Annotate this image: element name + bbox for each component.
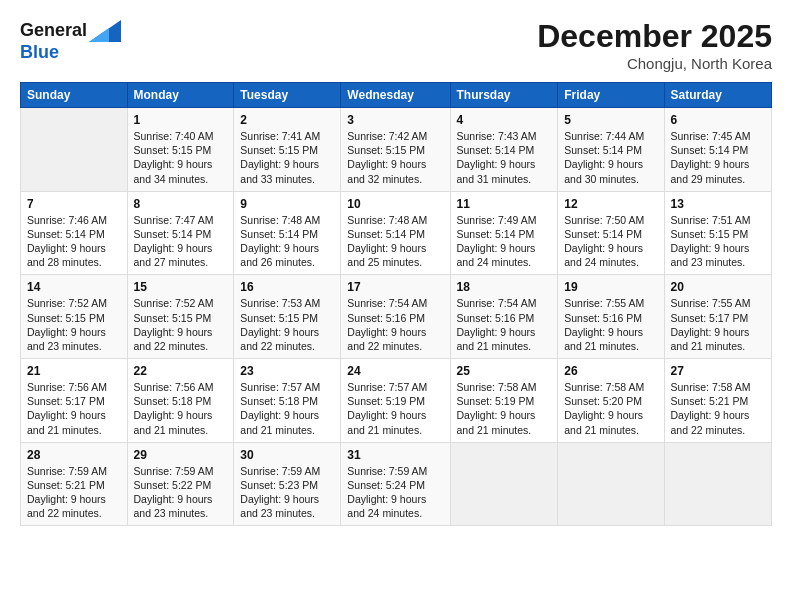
- day-info: Sunrise: 7:59 AMSunset: 5:22 PMDaylight:…: [134, 464, 228, 521]
- logo-icon: [89, 20, 121, 42]
- day-number: 5: [564, 113, 657, 127]
- day-cell: 20Sunrise: 7:55 AMSunset: 5:17 PMDayligh…: [664, 275, 771, 359]
- day-number: 21: [27, 364, 121, 378]
- logo-blue: Blue: [20, 42, 121, 63]
- day-cell: 18Sunrise: 7:54 AMSunset: 5:16 PMDayligh…: [450, 275, 558, 359]
- day-number: 22: [134, 364, 228, 378]
- week-row-4: 21Sunrise: 7:56 AMSunset: 5:17 PMDayligh…: [21, 359, 772, 443]
- day-info: Sunrise: 7:52 AMSunset: 5:15 PMDaylight:…: [134, 296, 228, 353]
- day-info: Sunrise: 7:47 AMSunset: 5:14 PMDaylight:…: [134, 213, 228, 270]
- day-cell: 5Sunrise: 7:44 AMSunset: 5:14 PMDaylight…: [558, 108, 664, 192]
- day-cell: 17Sunrise: 7:54 AMSunset: 5:16 PMDayligh…: [341, 275, 450, 359]
- day-info: Sunrise: 7:58 AMSunset: 5:19 PMDaylight:…: [457, 380, 552, 437]
- day-cell: [558, 442, 664, 526]
- day-cell: 11Sunrise: 7:49 AMSunset: 5:14 PMDayligh…: [450, 191, 558, 275]
- col-header-saturday: Saturday: [664, 83, 771, 108]
- day-cell: 25Sunrise: 7:58 AMSunset: 5:19 PMDayligh…: [450, 359, 558, 443]
- day-cell: 1Sunrise: 7:40 AMSunset: 5:15 PMDaylight…: [127, 108, 234, 192]
- calendar-header-row: SundayMondayTuesdayWednesdayThursdayFrid…: [21, 83, 772, 108]
- day-number: 8: [134, 197, 228, 211]
- day-number: 25: [457, 364, 552, 378]
- day-number: 17: [347, 280, 443, 294]
- day-cell: 14Sunrise: 7:52 AMSunset: 5:15 PMDayligh…: [21, 275, 128, 359]
- week-row-2: 7Sunrise: 7:46 AMSunset: 5:14 PMDaylight…: [21, 191, 772, 275]
- calendar: SundayMondayTuesdayWednesdayThursdayFrid…: [20, 82, 772, 526]
- location: Chongju, North Korea: [537, 55, 772, 72]
- day-info: Sunrise: 7:54 AMSunset: 5:16 PMDaylight:…: [347, 296, 443, 353]
- day-cell: 23Sunrise: 7:57 AMSunset: 5:18 PMDayligh…: [234, 359, 341, 443]
- week-row-1: 1Sunrise: 7:40 AMSunset: 5:15 PMDaylight…: [21, 108, 772, 192]
- day-info: Sunrise: 7:44 AMSunset: 5:14 PMDaylight:…: [564, 129, 657, 186]
- week-row-3: 14Sunrise: 7:52 AMSunset: 5:15 PMDayligh…: [21, 275, 772, 359]
- day-cell: 26Sunrise: 7:58 AMSunset: 5:20 PMDayligh…: [558, 359, 664, 443]
- day-info: Sunrise: 7:42 AMSunset: 5:15 PMDaylight:…: [347, 129, 443, 186]
- day-cell: 13Sunrise: 7:51 AMSunset: 5:15 PMDayligh…: [664, 191, 771, 275]
- day-cell: [450, 442, 558, 526]
- day-cell: 31Sunrise: 7:59 AMSunset: 5:24 PMDayligh…: [341, 442, 450, 526]
- day-info: Sunrise: 7:40 AMSunset: 5:15 PMDaylight:…: [134, 129, 228, 186]
- week-row-5: 28Sunrise: 7:59 AMSunset: 5:21 PMDayligh…: [21, 442, 772, 526]
- month-title: December 2025: [537, 18, 772, 55]
- title-block: December 2025 Chongju, North Korea: [537, 18, 772, 72]
- day-number: 15: [134, 280, 228, 294]
- day-number: 20: [671, 280, 765, 294]
- day-info: Sunrise: 7:48 AMSunset: 5:14 PMDaylight:…: [347, 213, 443, 270]
- day-number: 31: [347, 448, 443, 462]
- day-number: 12: [564, 197, 657, 211]
- day-info: Sunrise: 7:46 AMSunset: 5:14 PMDaylight:…: [27, 213, 121, 270]
- day-cell: 24Sunrise: 7:57 AMSunset: 5:19 PMDayligh…: [341, 359, 450, 443]
- day-number: 13: [671, 197, 765, 211]
- day-info: Sunrise: 7:56 AMSunset: 5:18 PMDaylight:…: [134, 380, 228, 437]
- day-info: Sunrise: 7:53 AMSunset: 5:15 PMDaylight:…: [240, 296, 334, 353]
- day-number: 3: [347, 113, 443, 127]
- logo-text-block: General Blue: [20, 18, 121, 63]
- day-number: 29: [134, 448, 228, 462]
- day-number: 11: [457, 197, 552, 211]
- day-number: 1: [134, 113, 228, 127]
- day-cell: 3Sunrise: 7:42 AMSunset: 5:15 PMDaylight…: [341, 108, 450, 192]
- day-info: Sunrise: 7:55 AMSunset: 5:16 PMDaylight:…: [564, 296, 657, 353]
- day-number: 23: [240, 364, 334, 378]
- day-cell: 16Sunrise: 7:53 AMSunset: 5:15 PMDayligh…: [234, 275, 341, 359]
- day-number: 28: [27, 448, 121, 462]
- day-cell: 30Sunrise: 7:59 AMSunset: 5:23 PMDayligh…: [234, 442, 341, 526]
- day-info: Sunrise: 7:59 AMSunset: 5:23 PMDaylight:…: [240, 464, 334, 521]
- day-cell: 29Sunrise: 7:59 AMSunset: 5:22 PMDayligh…: [127, 442, 234, 526]
- day-info: Sunrise: 7:58 AMSunset: 5:20 PMDaylight:…: [564, 380, 657, 437]
- col-header-sunday: Sunday: [21, 83, 128, 108]
- day-info: Sunrise: 7:48 AMSunset: 5:14 PMDaylight:…: [240, 213, 334, 270]
- day-number: 6: [671, 113, 765, 127]
- day-cell: [21, 108, 128, 192]
- day-number: 18: [457, 280, 552, 294]
- day-info: Sunrise: 7:41 AMSunset: 5:15 PMDaylight:…: [240, 129, 334, 186]
- day-info: Sunrise: 7:59 AMSunset: 5:21 PMDaylight:…: [27, 464, 121, 521]
- day-number: 24: [347, 364, 443, 378]
- day-info: Sunrise: 7:51 AMSunset: 5:15 PMDaylight:…: [671, 213, 765, 270]
- day-info: Sunrise: 7:49 AMSunset: 5:14 PMDaylight:…: [457, 213, 552, 270]
- day-number: 7: [27, 197, 121, 211]
- col-header-monday: Monday: [127, 83, 234, 108]
- day-cell: 4Sunrise: 7:43 AMSunset: 5:14 PMDaylight…: [450, 108, 558, 192]
- day-number: 19: [564, 280, 657, 294]
- page: General Blue December 2025 Chongju, Nort…: [0, 0, 792, 612]
- day-number: 9: [240, 197, 334, 211]
- day-info: Sunrise: 7:57 AMSunset: 5:18 PMDaylight:…: [240, 380, 334, 437]
- day-info: Sunrise: 7:59 AMSunset: 5:24 PMDaylight:…: [347, 464, 443, 521]
- day-info: Sunrise: 7:54 AMSunset: 5:16 PMDaylight:…: [457, 296, 552, 353]
- day-cell: 8Sunrise: 7:47 AMSunset: 5:14 PMDaylight…: [127, 191, 234, 275]
- day-number: 14: [27, 280, 121, 294]
- day-number: 2: [240, 113, 334, 127]
- day-number: 4: [457, 113, 552, 127]
- logo-text: General: [20, 20, 87, 41]
- col-header-friday: Friday: [558, 83, 664, 108]
- day-cell: 22Sunrise: 7:56 AMSunset: 5:18 PMDayligh…: [127, 359, 234, 443]
- day-info: Sunrise: 7:56 AMSunset: 5:17 PMDaylight:…: [27, 380, 121, 437]
- day-cell: 15Sunrise: 7:52 AMSunset: 5:15 PMDayligh…: [127, 275, 234, 359]
- day-number: 10: [347, 197, 443, 211]
- day-cell: 12Sunrise: 7:50 AMSunset: 5:14 PMDayligh…: [558, 191, 664, 275]
- day-info: Sunrise: 7:52 AMSunset: 5:15 PMDaylight:…: [27, 296, 121, 353]
- day-cell: 21Sunrise: 7:56 AMSunset: 5:17 PMDayligh…: [21, 359, 128, 443]
- day-info: Sunrise: 7:45 AMSunset: 5:14 PMDaylight:…: [671, 129, 765, 186]
- day-info: Sunrise: 7:55 AMSunset: 5:17 PMDaylight:…: [671, 296, 765, 353]
- day-cell: 6Sunrise: 7:45 AMSunset: 5:14 PMDaylight…: [664, 108, 771, 192]
